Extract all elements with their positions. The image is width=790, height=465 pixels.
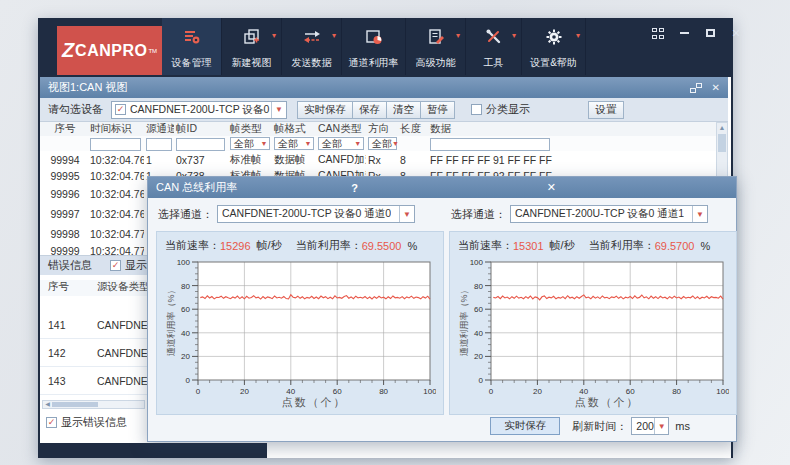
scrollbar-thumb[interactable] bbox=[52, 402, 98, 407]
util-label: 当前利用率： bbox=[589, 238, 655, 253]
filter-can-type-select[interactable]: 全部▼ bbox=[318, 137, 364, 150]
show-error-info-checkbox[interactable]: ✓ bbox=[46, 417, 57, 428]
toolbar-item-new-view[interactable]: ▾ 新建视图 bbox=[222, 18, 282, 75]
util-unit: % bbox=[407, 240, 417, 252]
util-unit: % bbox=[700, 240, 710, 252]
new-view-icon bbox=[242, 27, 262, 47]
filter-frame-type-select[interactable]: 全部▼ bbox=[230, 137, 270, 150]
channel0-chart-panel: 当前速率： 15296 帧/秒 当前利用率： 69.5500 % 0204060… bbox=[156, 231, 444, 415]
channel1-select[interactable]: CANFDNET-200U-TCP 设备0 通道1 ▼ bbox=[510, 205, 708, 223]
svg-text:80: 80 bbox=[672, 387, 681, 396]
scroll-up-icon[interactable]: ▲ bbox=[717, 123, 727, 133]
svg-text:通道利用率（%）: 通道利用率（%） bbox=[166, 285, 176, 356]
show-absolute-time-checkbox[interactable]: ✓ bbox=[110, 260, 121, 271]
svg-text:40: 40 bbox=[181, 329, 190, 338]
toolbar-item-send-data[interactable]: ▾ 发送数据 bbox=[282, 18, 342, 75]
toolbar-item-device-management[interactable]: 设备管理 bbox=[162, 18, 222, 75]
layout-grid-icon[interactable] bbox=[651, 27, 665, 39]
filter-time-input[interactable] bbox=[90, 138, 141, 151]
device-checkbox[interactable]: ✓ bbox=[115, 104, 126, 115]
caret-down-icon: ▾ bbox=[456, 31, 460, 40]
device-select[interactable]: ✓ CANFDNET-200U-TCP 设备0 : ▼ bbox=[111, 101, 287, 119]
col-frame-format[interactable]: 帧格式 bbox=[272, 122, 316, 136]
help-icon[interactable]: ? bbox=[351, 182, 532, 194]
channel1-stats: 当前速率： 15301 帧/秒 当前利用率： 69.5700 % bbox=[458, 238, 714, 253]
table-filter-row: 全部▼ 全部▼ 全部▼ 全部▼ bbox=[40, 136, 716, 151]
toolbar-item-settings-help[interactable]: ▾ 设置&帮助 bbox=[522, 18, 586, 75]
filter-data-input[interactable] bbox=[430, 138, 550, 151]
svg-text:点数（个）: 点数（个） bbox=[282, 396, 347, 408]
gear-icon bbox=[544, 27, 564, 47]
filter-direction-select[interactable]: 全部▼ bbox=[368, 137, 397, 150]
dialog-realtime-save-button[interactable]: 实时保存 bbox=[490, 417, 560, 435]
svg-text:80: 80 bbox=[474, 282, 483, 291]
settings-button[interactable]: 设置 bbox=[588, 101, 624, 119]
dialog-footer: 实时保存 刷新时间： 200 ▼ ms bbox=[148, 417, 736, 435]
svg-text:点数（个）: 点数（个） bbox=[575, 396, 640, 408]
svg-text:80: 80 bbox=[181, 282, 190, 291]
scroll-left-icon[interactable]: ◀ bbox=[43, 401, 52, 408]
device-select-value: CANFDNET-200U-TCP 设备0 : bbox=[130, 103, 271, 117]
trademark-symbol: TM bbox=[148, 48, 157, 54]
dialog-close-icon[interactable]: ✕ bbox=[547, 181, 728, 194]
view-close-icon[interactable]: ✕ bbox=[712, 82, 720, 93]
col-direction[interactable]: 方向 bbox=[366, 122, 398, 136]
caret-down-icon[interactable]: ▼ bbox=[399, 206, 414, 222]
toolbar-label: 工具 bbox=[484, 56, 504, 70]
pause-button[interactable]: 暂停 bbox=[420, 101, 455, 119]
maximize-icon[interactable] bbox=[703, 27, 717, 39]
toolbar-item-tools[interactable]: ▾ 工具 bbox=[466, 18, 522, 75]
clear-button[interactable]: 清空 bbox=[386, 101, 420, 119]
svg-text:100: 100 bbox=[177, 258, 191, 267]
caret-down-icon[interactable]: ▼ bbox=[692, 206, 707, 222]
classify-checkbox[interactable] bbox=[471, 104, 482, 115]
filter-channel-input[interactable] bbox=[146, 138, 172, 151]
caret-down-icon[interactable]: ▼ bbox=[654, 418, 668, 434]
toolbar-item-channel-utilization[interactable]: 通道利用率 bbox=[342, 18, 406, 75]
caret-down-icon: ▾ bbox=[272, 31, 276, 40]
svg-text:60: 60 bbox=[626, 387, 635, 396]
refresh-time-select[interactable]: 200 ▼ bbox=[631, 417, 669, 435]
refresh-time-unit: ms bbox=[675, 420, 690, 432]
channel0-select[interactable]: CANFDNET-200U-TCP 设备0 通道0 ▼ bbox=[217, 205, 415, 223]
col-can-type[interactable]: CAN类型 bbox=[316, 122, 366, 136]
caret-down-icon[interactable]: ▼ bbox=[271, 102, 286, 118]
minimize-icon[interactable] bbox=[677, 27, 691, 39]
classify-display-toggle[interactable]: 分类显示 bbox=[471, 102, 530, 117]
col-frame-type[interactable]: 帧类型 bbox=[228, 122, 272, 136]
close-icon[interactable]: ✕ bbox=[729, 27, 743, 39]
filter-frame-format-select[interactable]: 全部▼ bbox=[274, 137, 314, 150]
util-label: 当前利用率： bbox=[296, 238, 362, 253]
device-label: 请勾选设备 bbox=[48, 102, 103, 117]
show-error-info-toggle[interactable]: ✓ 显示错误信息 bbox=[46, 415, 127, 430]
save-button[interactable]: 保存 bbox=[352, 101, 386, 119]
realtime-save-button[interactable]: 实时保存 bbox=[297, 101, 352, 119]
svg-text:0: 0 bbox=[186, 376, 191, 385]
dialog-titlebar[interactable]: CAN 总线利用率 ? ✕ bbox=[148, 177, 736, 198]
float-window-icon[interactable] bbox=[690, 83, 702, 93]
filter-frame-id-input[interactable] bbox=[176, 138, 225, 151]
channel-select-label: 选择通道： bbox=[158, 207, 213, 222]
table-action-buttons: 实时保存 保存 清空 暂停 bbox=[297, 101, 455, 119]
svg-text:0: 0 bbox=[489, 387, 494, 396]
error-table-hscrollbar[interactable]: ◀ bbox=[42, 400, 145, 409]
svg-text:0: 0 bbox=[479, 376, 484, 385]
svg-text:100: 100 bbox=[423, 387, 436, 396]
col-seq[interactable]: 序号 bbox=[40, 122, 88, 136]
scrollbar-thumb[interactable] bbox=[718, 134, 726, 152]
caret-down-icon: ▼ bbox=[304, 140, 313, 147]
channel-utilization-icon bbox=[364, 27, 384, 47]
toolbar-label: 设备管理 bbox=[172, 56, 212, 70]
svg-text:100: 100 bbox=[470, 258, 484, 267]
window-controls: ✕ bbox=[651, 27, 743, 39]
table-scrollbar[interactable]: ▲ bbox=[716, 122, 728, 177]
util-value: 69.5700 bbox=[655, 240, 695, 252]
view-title: 视图1:CAN 视图 bbox=[48, 80, 680, 95]
col-length[interactable]: 长度 bbox=[398, 122, 428, 136]
refresh-time-label: 刷新时间： bbox=[572, 419, 627, 434]
table-row[interactable]: 9999410:32:04.76910x737标准帧数据帧CANFD加速Rx8F… bbox=[40, 152, 716, 168]
toolbar-item-advanced-functions[interactable]: ▾ 高级功能 bbox=[406, 18, 466, 75]
error-panel-title: 错误信息 bbox=[48, 258, 110, 273]
rate-value: 15301 bbox=[513, 240, 544, 252]
toolbar-label: 发送数据 bbox=[292, 56, 332, 70]
